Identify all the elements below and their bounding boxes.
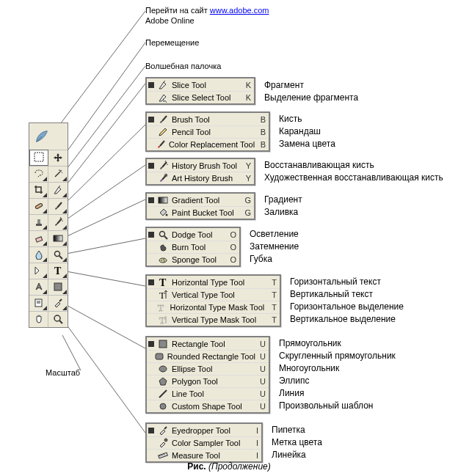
menu-item-label: Horizontal Type Mask Tool: [170, 303, 266, 312]
history-icon: [53, 217, 63, 229]
csample-icon: [157, 437, 169, 449]
tool-brush[interactable]: [48, 198, 68, 214]
menu-item-shapes-2[interactable]: Ellipse ToolU: [147, 362, 269, 375]
tool-dodge[interactable]: [48, 246, 68, 263]
svg-line-0: [51, 11, 145, 136]
svg-rect-24: [35, 236, 42, 241]
tool-history[interactable]: [48, 214, 68, 230]
svg-line-35: [59, 321, 62, 323]
tool-pen[interactable]: [29, 279, 48, 295]
shape-icon: [157, 338, 169, 350]
menu-item-shortcut: B: [257, 128, 266, 136]
svg-line-17: [62, 172, 62, 173]
annotation-shapes-2: Многоугольник: [279, 363, 339, 373]
tool-wand[interactable]: [48, 166, 68, 182]
annotation-shapes-0: Прямоугольник: [279, 338, 341, 348]
tool-heal[interactable]: [29, 198, 48, 214]
annotation-type-1: Вертикальный текст: [290, 289, 373, 299]
svg-rect-13: [34, 153, 43, 161]
tool-stamp[interactable]: [29, 214, 48, 230]
rrect-icon: [154, 351, 164, 362]
tool-blur[interactable]: [29, 246, 48, 263]
menu-item-dodge-2[interactable]: Sponge ToolO: [147, 253, 239, 266]
line-icon: [157, 388, 169, 400]
svg-point-15: [60, 170, 62, 172]
svg-line-36: [164, 81, 165, 82]
link-adobe[interactable]: www.adobe.com: [210, 6, 269, 15]
tool-hand[interactable]: [29, 311, 48, 327]
menu-item-label: Vertical Type Mask Tool: [172, 315, 265, 324]
menu-item-shapes-1[interactable]: Rounded Rectangle ToolU: [147, 350, 269, 362]
menu-item-history-1[interactable]: Art History BrushY: [147, 172, 254, 184]
menu-item-dodge-1[interactable]: Burn ToolO: [147, 241, 239, 253]
menu-item-shortcut: U: [260, 352, 266, 361]
svg-line-11: [62, 335, 81, 370]
annotation-slice-0: Фрагмент: [264, 80, 304, 90]
menu-item-eyedrop-0[interactable]: Eyedropper ToolI: [147, 424, 261, 436]
menu-item-type-2[interactable]: THorizontal Type Mask ToolT: [147, 301, 280, 313]
menu-item-label: Dodge Tool: [172, 230, 225, 239]
menu-item-history-0[interactable]: History Brush ToolY: [147, 159, 254, 172]
menu-item-gradient-0[interactable]: Gradient ToolG: [147, 194, 254, 206]
eyedrop-icon: [157, 425, 169, 436]
menu-item-type-1[interactable]: TVertical Type ToolT: [147, 288, 280, 301]
tool-eraser[interactable]: [29, 230, 48, 246]
menu-item-eyedrop-1[interactable]: Color Sampler ToolI: [147, 436, 261, 449]
menu-item-shapes-5[interactable]: Custom Shape ToolU: [147, 400, 269, 412]
svg-line-8: [62, 271, 145, 286]
polygon-icon: [157, 376, 169, 387]
shape-icon: [53, 282, 63, 293]
tool-slice[interactable]: [48, 182, 68, 198]
menu-item-slice-0[interactable]: Slice ToolK: [147, 78, 254, 91]
svg-rect-19: [34, 202, 43, 208]
tool-eyedrop[interactable]: [48, 295, 68, 311]
menu-item-label: Line Tool: [172, 389, 254, 398]
menu-item-brush-2[interactable]: Color Replacement ToolB: [147, 138, 269, 150]
diagram-stage: { "top_labels": { "adobe_line_prefix": "…: [0, 0, 458, 476]
tool-gradient[interactable]: [48, 230, 68, 246]
tool-type[interactable]: T: [48, 263, 68, 279]
label-wand: Волшебная палочка: [145, 62, 221, 70]
flyout-shapes: Rectangle ToolURounded Rectangle ToolUEl…: [145, 336, 270, 414]
menu-item-type-0[interactable]: THorizontal Type ToolT: [147, 276, 280, 288]
tool-lasso[interactable]: [29, 166, 48, 182]
svg-rect-29: [54, 283, 62, 290]
svg-rect-22: [37, 219, 40, 224]
menu-item-label: History Brush Tool: [172, 161, 239, 170]
annotation-brush-2: Замена цвета: [279, 139, 335, 149]
menu-item-type-3[interactable]: TVertical Type Mask ToolT: [147, 313, 280, 326]
tool-shape[interactable]: [48, 279, 68, 295]
tool-zoom[interactable]: [48, 311, 68, 327]
svg-line-7: [62, 238, 145, 255]
menu-item-gradient-1[interactable]: Paint Bucket ToolG: [147, 206, 254, 219]
menu-item-label: Custom Shape Tool: [172, 402, 254, 411]
flyout-type: THorizontal Type ToolTTVertical Type Too…: [145, 274, 281, 327]
annotation-shapes-1: Скругленный прямоугольник: [279, 351, 396, 361]
tool-note[interactable]: [29, 295, 48, 311]
annotation-gradient-1: Заливка: [264, 207, 298, 217]
menu-item-dodge-0[interactable]: Dodge ToolO: [147, 228, 239, 241]
toolbox-header[interactable]: [29, 123, 68, 150]
menu-item-brush-0[interactable]: Brush ToolB: [147, 113, 269, 125]
menu-item-shortcut: Y: [242, 174, 251, 183]
tool-crop[interactable]: [29, 182, 48, 198]
menu-item-shortcut: I: [250, 451, 258, 460]
menu-item-shapes-0[interactable]: Rectangle ToolU: [147, 337, 269, 350]
menu-item-label: Slice Select Tool: [172, 93, 239, 102]
menu-item-eyedrop-2[interactable]: Measure ToolI: [147, 449, 261, 461]
tool-path[interactable]: [29, 263, 48, 279]
menu-item-shapes-4[interactable]: Line ToolU: [147, 387, 269, 400]
menu-item-brush-1[interactable]: Pencil ToolB: [147, 125, 269, 138]
active-marker: [148, 428, 154, 433]
svg-point-43: [166, 214, 168, 216]
tool-marquee[interactable]: [29, 150, 48, 166]
menu-item-label: Brush Tool: [172, 115, 254, 124]
svg-line-60: [164, 427, 167, 429]
menu-item-shortcut: U: [257, 340, 266, 348]
tool-move[interactable]: [48, 150, 68, 166]
menu-item-label: Color Replacement Tool: [169, 140, 256, 149]
menu-item-shapes-3[interactable]: Polygon ToolU: [147, 375, 269, 387]
menu-item-slice-1[interactable]: Slice Select ToolK: [147, 91, 254, 103]
annotation-history-1: Художественная восстанавливающая кисть: [264, 172, 443, 183]
history-icon: [157, 160, 169, 172]
